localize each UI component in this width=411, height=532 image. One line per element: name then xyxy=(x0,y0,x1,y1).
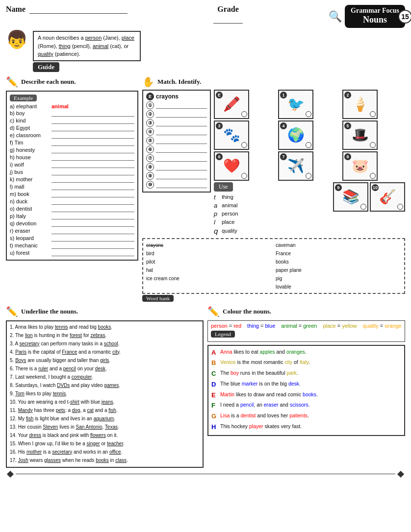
guide-box: 👦 A noun describes a person (Jane), plac… xyxy=(6,31,405,72)
pencil-deco-icon: ✏️ xyxy=(6,76,18,88)
list-item: ⑥ xyxy=(146,145,207,153)
noun-item: q) devotion xyxy=(10,220,134,227)
noun-item: f) Tim xyxy=(10,139,134,146)
noun-item: j) bus xyxy=(10,169,134,175)
sentence: 2. The lion is hunting in the forest for… xyxy=(10,332,200,339)
wb-word: ice cream cone xyxy=(146,274,272,283)
use-item-q: q quality xyxy=(214,227,332,235)
colour-sentences-box: A Anna likes to eat apples and oranges. … xyxy=(207,345,405,436)
list-item: ⑩ xyxy=(146,181,207,189)
bottom-content: ✏️ Underline the nouns. 1. Anna likes to… xyxy=(6,306,405,468)
sentence: 11. Mandy has three pets: a dog, a cat a… xyxy=(10,407,200,414)
use-word-person: person xyxy=(222,211,238,217)
section4-title: Colour the nouns. xyxy=(223,308,271,315)
grade-line xyxy=(213,14,243,24)
cs-letter-g: G xyxy=(211,411,218,422)
img-cell-1: 1 🐦 xyxy=(278,90,313,119)
match-content: E crayons ① ② ③ xyxy=(142,90,405,236)
name-label: Name xyxy=(6,5,26,14)
legend-animal: animal = green xyxy=(281,323,317,329)
noun-item: u) forest xyxy=(10,249,134,256)
noun-item: m) book xyxy=(10,191,134,197)
section1-title: Describe each noun. xyxy=(21,78,76,86)
section3-title: Underline the nouns. xyxy=(21,308,78,315)
sentence: 14. Your dress is black and pink with fl… xyxy=(10,432,200,439)
grammar-focus-title: Grammar Focus xyxy=(351,7,399,15)
name-underline xyxy=(29,5,128,14)
list-item: ④ xyxy=(146,128,207,136)
cs-letter-a: A xyxy=(211,348,218,358)
noun-item: r) eraser xyxy=(10,227,134,234)
sentence: 16. His mother is a secretary and works … xyxy=(10,448,200,456)
noun-item: s) leopard xyxy=(10,235,134,242)
wb-word: bird xyxy=(146,249,272,258)
list-item: ③ xyxy=(146,119,207,127)
cs-letter-h: H xyxy=(211,422,218,433)
match-icon: ✋ xyxy=(142,76,154,88)
colour-sentence-e: E Martin likes to draw and read comic bo… xyxy=(211,390,401,401)
example-badge: Example xyxy=(10,95,37,101)
bottom-border xyxy=(6,472,405,477)
use-row: Use t thing a animal p person xyxy=(214,182,405,236)
wb-word: caveman xyxy=(276,241,401,249)
section1-header: ✏️ Describe each noun. xyxy=(6,76,138,88)
use-item-l: l place xyxy=(214,218,332,226)
img-cell-e: E 🖍️ xyxy=(214,90,249,119)
sentence: 10. You are wearing a red t-shirt with b… xyxy=(10,398,200,406)
legend-place: place = yellow xyxy=(323,323,357,329)
list-item: ② xyxy=(146,110,207,118)
num9: ⑨ xyxy=(146,172,154,180)
page: Name Grade 🔍 Grammar Focus Nouns 15 👦 A … xyxy=(0,0,411,532)
word-list-box: E crayons ① ② ③ xyxy=(142,90,211,193)
sentence: 8. Saturdays, I watch DVDs and play vide… xyxy=(10,382,200,389)
num2: ② xyxy=(146,110,154,118)
noun-item: g) honesty xyxy=(10,146,134,153)
colour-sentence-g: G Lisa is a dentist and loves her patien… xyxy=(211,411,401,422)
noun-item: h) house xyxy=(10,154,134,161)
guide-badge: Guide xyxy=(33,62,59,72)
sentence: 5. Boys are usually bigger and taller th… xyxy=(10,357,200,364)
list-item: ⑦ xyxy=(146,154,207,162)
grade-label: Grade xyxy=(217,5,239,14)
img-cell-5: 5 🎩 xyxy=(342,121,378,150)
noun-item: d) Egypt xyxy=(10,124,134,131)
use-section: Use t thing a animal p person xyxy=(214,182,332,236)
colour-legend: person = red thing = blue animal = green… xyxy=(207,320,405,342)
grade-box: Grade xyxy=(213,5,243,24)
num6: ⑥ xyxy=(146,145,154,153)
wb-col-2: caveman France books paper plane pig lov… xyxy=(276,241,401,291)
num3: ③ xyxy=(146,119,154,127)
use-badge: Use xyxy=(214,182,233,192)
noun-item: i) wolf xyxy=(10,161,134,168)
legend-thing: thing = blue xyxy=(247,323,275,329)
cs-letter-c: C xyxy=(211,369,218,379)
image-grid: E 🖍️ 1 🐦 2 🍦 xyxy=(214,90,405,181)
name-line: Name xyxy=(6,5,128,14)
num10: ⑩ xyxy=(146,181,154,189)
noun-item: n) duck xyxy=(10,198,134,205)
cs-letter-b: B xyxy=(211,358,218,368)
example-answer: animal xyxy=(51,103,69,109)
word-bank-area: crayons bird pilot hat ice cream cone ca… xyxy=(142,238,405,302)
colour-section: ✏️ Colour the nouns. person = red thing … xyxy=(207,306,405,468)
img-cell-6: 6 ❤️ xyxy=(214,151,249,181)
sentence: 1. Anna likes to play tennis and read bi… xyxy=(10,323,200,331)
sentence: 7. Last weekend, I bought a computer. xyxy=(10,373,200,381)
wb-word: pilot xyxy=(146,258,272,266)
section3-icon: ✏️ xyxy=(6,306,18,317)
main-content: ✏️ Describe each noun. Example a) elepha… xyxy=(6,76,405,302)
cs-letter-e: E xyxy=(211,390,218,401)
img-cell-4: 4 🌍 xyxy=(278,121,313,150)
list-item: ⑨ xyxy=(146,172,207,180)
noun-item: k) mother xyxy=(10,176,134,183)
sentence: 6. There is a ruler and a pencil on your… xyxy=(10,365,200,373)
noun-item: b) boy xyxy=(10,110,134,117)
sentences-box: 1. Anna likes to play tennis and read bi… xyxy=(6,320,204,468)
sentence: 17. Josh wears glasses when he reads boo… xyxy=(10,457,200,464)
noun-item: t) mechanic xyxy=(10,242,134,249)
section4-header: ✏️ Colour the nouns. xyxy=(207,306,405,317)
num7: ⑦ xyxy=(146,154,154,162)
sentence: 12. My fish is light blue and lives in a… xyxy=(10,415,200,423)
underline-section: ✏️ Underline the nouns. 1. Anna likes to… xyxy=(6,306,204,468)
nouns-title: Nouns xyxy=(351,15,399,25)
